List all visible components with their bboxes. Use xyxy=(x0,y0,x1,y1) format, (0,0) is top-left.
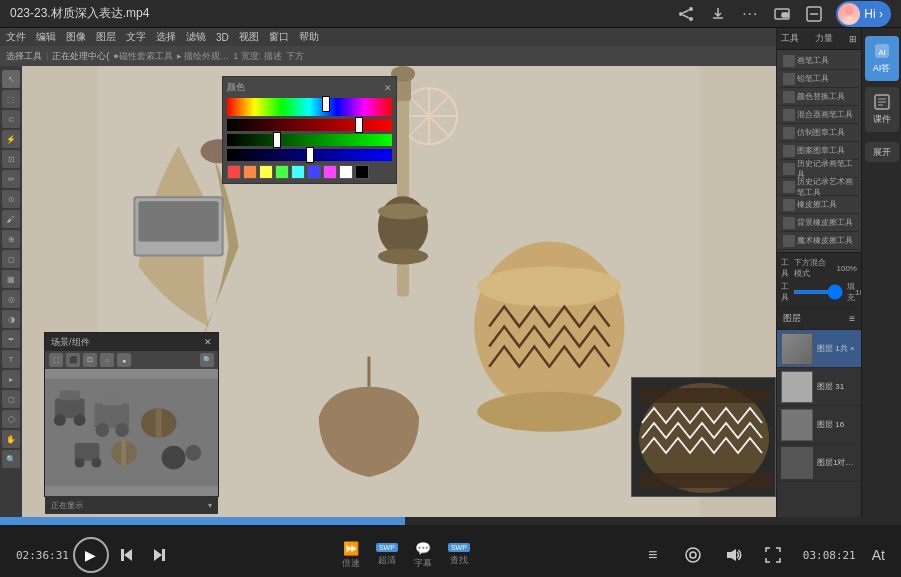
menu-file[interactable]: 文件 xyxy=(6,30,26,44)
tab-expand[interactable]: ⊞ xyxy=(849,34,857,44)
obj-cube-2[interactable]: ⬛ xyxy=(66,353,80,367)
gradient-tool[interactable]: ▦ xyxy=(2,270,20,288)
obj-cube-1[interactable]: ⬚ xyxy=(49,353,63,367)
layer-row-1[interactable]: 图层 1共 × xyxy=(777,330,861,368)
blue-slider[interactable] xyxy=(227,149,392,161)
swatch-orange[interactable] xyxy=(243,165,257,179)
green-thumb[interactable] xyxy=(273,132,281,148)
3d-tool[interactable]: ⬡ xyxy=(2,410,20,428)
download-icon[interactable] xyxy=(708,4,728,24)
courseware-button[interactable]: 课件 xyxy=(865,87,899,132)
menu-edit[interactable]: 编辑 xyxy=(36,30,56,44)
objects-footer-arrow[interactable]: ▾ xyxy=(208,501,212,510)
lasso-tool[interactable]: ⊂ xyxy=(2,110,20,128)
obj-sphere-1[interactable]: ○ xyxy=(100,353,114,367)
video-progress-bar[interactable] xyxy=(0,517,901,525)
brush-tool[interactable]: 🖌 xyxy=(2,210,20,228)
swatch-green[interactable] xyxy=(275,165,289,179)
path-select-tool[interactable]: ▸ xyxy=(2,370,20,388)
list-button[interactable]: ≡ xyxy=(639,541,667,569)
play-button[interactable]: ▶ xyxy=(73,537,109,573)
tool-icon-5[interactable] xyxy=(783,127,795,139)
next-button[interactable] xyxy=(145,541,173,569)
swatch-yellow[interactable] xyxy=(259,165,273,179)
swatch-white[interactable] xyxy=(339,165,353,179)
tool-icon-3[interactable] xyxy=(783,91,795,103)
dodge-tool[interactable]: ◑ xyxy=(2,310,20,328)
search-button[interactable]: SWP 查找 xyxy=(448,543,470,567)
opacity-slider[interactable] xyxy=(793,290,843,294)
select-tool[interactable]: ⬚ xyxy=(2,90,20,108)
tool-icon-2[interactable] xyxy=(783,73,795,85)
menu-help[interactable]: 帮助 xyxy=(299,30,319,44)
text-tool[interactable]: T xyxy=(2,350,20,368)
tool-icon-10[interactable] xyxy=(783,217,795,229)
menu-filter[interactable]: 滤镜 xyxy=(186,30,206,44)
captions-button[interactable] xyxy=(679,541,707,569)
expand-button[interactable]: 展开 xyxy=(865,142,899,162)
menu-select[interactable]: 选择 xyxy=(156,30,176,44)
tool-icon-6[interactable] xyxy=(783,145,795,157)
eyedropper-tool[interactable]: ✏ xyxy=(2,170,20,188)
tool-icon-9[interactable] xyxy=(783,199,795,211)
clone-tool[interactable]: ⊕ xyxy=(2,230,20,248)
blend-value[interactable]: 下方混合模式 xyxy=(794,257,833,279)
red-slider[interactable] xyxy=(227,119,392,131)
hue-bar[interactable] xyxy=(227,98,392,116)
tool-icon-7[interactable] xyxy=(783,163,795,175)
red-thumb[interactable] xyxy=(355,117,363,133)
menu-view[interactable]: 视图 xyxy=(239,30,259,44)
zoom-tool[interactable]: 🔍 xyxy=(2,450,20,468)
swatch-cyan[interactable] xyxy=(291,165,305,179)
tab-color[interactable]: 力量 xyxy=(815,32,833,45)
menu-text[interactable]: 文字 xyxy=(126,30,146,44)
volume-button[interactable] xyxy=(719,541,747,569)
color-picker-close[interactable]: ✕ xyxy=(384,83,392,93)
tool-icon-4[interactable] xyxy=(783,109,795,121)
tool-icon-8[interactable] xyxy=(783,181,795,193)
layer-row-4[interactable]: 图层1对齐 Windows... xyxy=(777,444,861,482)
ai-assistant-button[interactable]: AI AI答 xyxy=(865,36,899,81)
swatch-blue[interactable] xyxy=(307,165,321,179)
more-options-icon[interactable]: ··· xyxy=(740,4,760,24)
prev-button[interactable] xyxy=(113,541,141,569)
user-avatar-button[interactable]: Hi › xyxy=(836,1,891,27)
hue-thumb[interactable] xyxy=(322,96,330,112)
subtitle-button[interactable]: 💬 字幕 xyxy=(414,541,432,570)
blue-thumb[interactable] xyxy=(306,147,314,163)
magic-wand-tool[interactable]: ⚡ xyxy=(2,130,20,148)
blur-tool[interactable]: ◎ xyxy=(2,290,20,308)
pip-icon[interactable] xyxy=(772,4,792,24)
swatch-black[interactable] xyxy=(355,165,369,179)
green-slider[interactable] xyxy=(227,134,392,146)
tab-tools[interactable]: 工具 xyxy=(781,32,799,45)
speed-button[interactable]: ⏩ 倍速 xyxy=(342,541,360,570)
hd-button[interactable]: SWP 超清 xyxy=(376,543,398,567)
share-icon[interactable] xyxy=(676,4,696,24)
menu-window[interactable]: 窗口 xyxy=(269,30,289,44)
hand-tool[interactable]: ✋ xyxy=(2,430,20,448)
pen-tool[interactable]: ✒ xyxy=(2,330,20,348)
obj-sphere-2[interactable]: ● xyxy=(117,353,131,367)
obj-cube-3[interactable]: ⊡ xyxy=(83,353,97,367)
swatch-red[interactable] xyxy=(227,165,241,179)
volume-icon xyxy=(724,546,742,564)
layer-row-2[interactable]: 图层 31 xyxy=(777,368,861,406)
fullscreen-button[interactable] xyxy=(759,541,787,569)
layer-row-3[interactable]: 图层 16 xyxy=(777,406,861,444)
crop-tool[interactable]: ⊡ xyxy=(2,150,20,168)
shape-tool[interactable]: ◻ xyxy=(2,390,20,408)
menu-image[interactable]: 图像 xyxy=(66,30,86,44)
obj-search[interactable]: 🔍 xyxy=(200,353,214,367)
swatch-magenta[interactable] xyxy=(323,165,337,179)
menu-3d[interactable]: 3D xyxy=(216,32,229,43)
menu-layer[interactable]: 图层 xyxy=(96,30,116,44)
tool-icon-11[interactable] xyxy=(783,235,795,247)
tool-icon-1[interactable] xyxy=(783,55,795,67)
eraser-tool[interactable]: ◻ xyxy=(2,250,20,268)
layers-options[interactable]: ≡ xyxy=(849,313,855,324)
spot-heal-tool[interactable]: ⊙ xyxy=(2,190,20,208)
objects-panel-close[interactable]: ✕ xyxy=(204,337,212,347)
minimize-icon[interactable] xyxy=(804,4,824,24)
move-tool[interactable]: ↖ xyxy=(2,70,20,88)
